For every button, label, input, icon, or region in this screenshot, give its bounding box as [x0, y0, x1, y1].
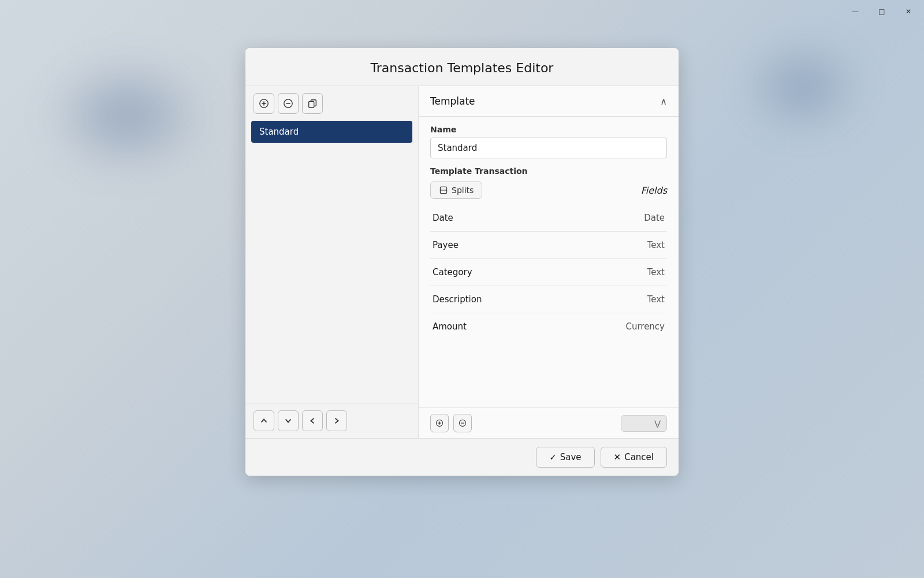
copy-template-button[interactable]	[302, 93, 323, 114]
minimize-button[interactable]: —	[842, 2, 869, 21]
fields-header-label: Fields	[641, 185, 667, 196]
save-label: Save	[560, 452, 582, 462]
table-row: Date Date	[430, 205, 667, 232]
nav-up-button[interactable]	[254, 410, 274, 431]
splits-button-label: Splits	[452, 186, 474, 195]
field-name-cell: Payee	[430, 232, 561, 259]
remove-field-button[interactable]	[453, 414, 472, 432]
name-label: Name	[430, 125, 667, 134]
template-transaction-section: Template Transaction Splits Fields	[430, 166, 667, 340]
section-header: Template ∧	[419, 86, 679, 117]
field-type-cell: Text	[561, 286, 667, 313]
nav-prev-button[interactable]	[302, 410, 323, 431]
transaction-fields-table: Date Date Payee Text Category Text Descr…	[430, 205, 667, 340]
dialog: Transaction Templates Editor	[245, 48, 679, 476]
field-name-cell: Amount	[430, 313, 561, 340]
left-toolbar	[245, 86, 418, 121]
cancel-label: Cancel	[624, 452, 654, 462]
table-row: Category Text	[430, 259, 667, 286]
field-type-dropdown[interactable]: ⋁	[621, 415, 667, 432]
maximize-button[interactable]: □	[869, 2, 895, 21]
nav-down-button[interactable]	[278, 410, 299, 431]
field-name-cell: Category	[430, 259, 561, 286]
splits-icon	[439, 186, 448, 195]
dialog-footer: ✓ Save ✕ Cancel	[245, 438, 679, 476]
chevron-left-icon	[308, 417, 316, 425]
field-name-cell: Date	[430, 205, 561, 232]
background-blob-1	[46, 58, 208, 173]
section-chevron-icon[interactable]: ∧	[660, 96, 667, 107]
titlebar: — □ ✕	[0, 0, 924, 23]
section-content: Name Template Transaction Splits	[419, 117, 679, 407]
field-type-cell: Date	[561, 205, 667, 232]
dialog-title: Transaction Templates Editor	[245, 48, 679, 86]
bottom-nav	[245, 403, 418, 438]
field-name-cell: Description	[430, 286, 561, 313]
table-row: Amount Currency	[430, 313, 667, 340]
save-button[interactable]: ✓ Save	[536, 447, 594, 468]
splits-button[interactable]: Splits	[430, 181, 482, 199]
copy-icon	[307, 98, 318, 109]
right-panel: Template ∧ Name Template Transaction	[419, 86, 679, 438]
add-field-button[interactable]	[430, 414, 449, 432]
field-type-cell: Currency	[561, 313, 667, 340]
dialog-body: Standard	[245, 86, 679, 438]
chevron-up-icon	[260, 417, 268, 425]
remove-field-icon	[459, 419, 467, 427]
chevron-down-icon	[284, 417, 292, 425]
template-list: Standard	[245, 121, 418, 403]
left-panel: Standard	[245, 86, 419, 438]
table-row: Payee Text	[430, 232, 667, 259]
add-icon	[259, 98, 269, 109]
save-check-icon: ✓	[549, 452, 557, 462]
cancel-button[interactable]: ✕ Cancel	[601, 447, 667, 468]
field-type-cell: Text	[561, 259, 667, 286]
table-row: Description Text	[430, 286, 667, 313]
close-button[interactable]: ✕	[895, 2, 922, 21]
background-blob-2	[739, 35, 866, 139]
svg-rect-6	[309, 101, 314, 108]
nav-next-button[interactable]	[326, 410, 347, 431]
name-input[interactable]	[430, 138, 667, 158]
dropdown-chevron-icon: ⋁	[654, 419, 661, 428]
add-template-button[interactable]	[254, 93, 274, 114]
add-field-icon	[435, 419, 444, 427]
chevron-right-icon	[333, 417, 341, 425]
remove-template-button[interactable]	[278, 93, 299, 114]
name-field-group: Name	[430, 125, 667, 158]
section-title: Template	[430, 95, 475, 107]
minus-icon	[283, 98, 293, 109]
right-bottom-toolbar: ⋁	[419, 407, 679, 438]
template-item-standard[interactable]: Standard	[251, 121, 412, 143]
field-type-cell: Text	[561, 232, 667, 259]
splits-fields-row: Splits Fields	[430, 181, 667, 199]
cancel-x-icon: ✕	[614, 452, 621, 462]
template-transaction-label: Template Transaction	[430, 166, 667, 176]
